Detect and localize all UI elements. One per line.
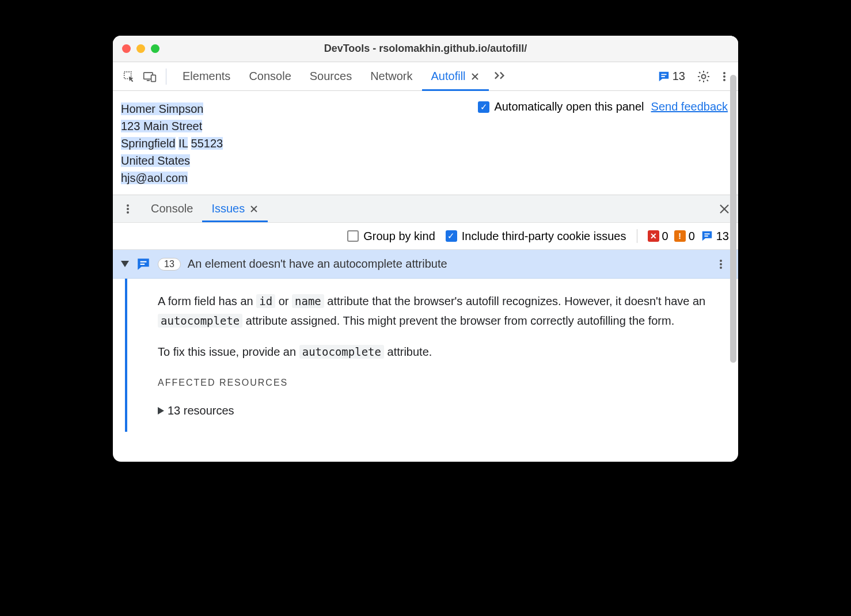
- drawer-tab-issues[interactable]: Issues: [202, 195, 268, 222]
- issue-kebab-icon[interactable]: [712, 255, 730, 273]
- address-zip: 55123: [191, 137, 223, 150]
- warning-count[interactable]: ! 0: [674, 230, 695, 243]
- include-3p-label: Include third-party cookie issues: [462, 230, 626, 243]
- maximize-window-button[interactable]: [151, 44, 159, 53]
- info-count-value: 13: [716, 230, 729, 243]
- checkbox-icon: ✓: [478, 101, 489, 113]
- drawer-menu-icon[interactable]: [119, 200, 137, 218]
- window-controls: [122, 44, 159, 53]
- device-toggle-icon[interactable]: [140, 67, 159, 86]
- svg-point-14: [127, 211, 129, 214]
- drawer-tabs: Console Issues: [142, 195, 268, 222]
- filter-divider: [637, 229, 637, 243]
- tab-console[interactable]: Console: [240, 62, 300, 90]
- svg-point-26: [720, 267, 722, 269]
- tab-console-label: Console: [249, 70, 291, 83]
- svg-rect-20: [704, 235, 708, 237]
- send-feedback-link[interactable]: Send feedback: [651, 100, 728, 113]
- affected-resources-row[interactable]: 13 resources: [158, 401, 715, 420]
- address-email: hjs@aol.com: [121, 172, 188, 184]
- issues-counter[interactable]: 13: [658, 70, 685, 83]
- minimize-window-button[interactable]: [136, 44, 145, 53]
- code-id: id: [256, 294, 275, 308]
- tab-elements-label: Elements: [183, 70, 230, 83]
- main-tabs: Elements Console Sources Network Autofil…: [173, 62, 489, 90]
- info-count[interactable]: 13: [701, 230, 729, 243]
- gear-icon[interactable]: [694, 67, 713, 86]
- autofill-panel: Homer Simpson 123 Main Street Springfiel…: [113, 91, 738, 195]
- auto-open-checkbox[interactable]: ✓ Automatically open this panel: [478, 100, 644, 113]
- code-autocomplete: autocomplete: [158, 314, 242, 328]
- error-icon: ✕: [648, 230, 659, 242]
- tab-sources[interactable]: Sources: [301, 62, 361, 90]
- issue-content: A form field has an id or name attribute…: [139, 279, 738, 432]
- issue-row[interactable]: 13 An element doesn't have an autocomple…: [113, 250, 738, 279]
- main-toolbar: Elements Console Sources Network Autofil…: [113, 62, 738, 91]
- issue-count-pill: 13: [158, 258, 181, 271]
- issues-count-value: 13: [673, 70, 685, 83]
- chat-icon: [136, 257, 151, 272]
- devtools-window: DevTools - rsolomakhin.github.io/autofil…: [113, 36, 738, 462]
- address-city: Springfield: [121, 137, 176, 150]
- tab-autofill[interactable]: Autofill: [422, 62, 489, 90]
- checkbox-icon: ✓: [446, 230, 457, 242]
- autofill-controls: ✓ Automatically open this panel Send fee…: [478, 100, 728, 187]
- svg-point-8: [702, 74, 706, 78]
- issue-title: An element doesn't have an autocomplete …: [188, 257, 447, 271]
- svg-point-10: [723, 75, 725, 78]
- tab-network-label: Network: [370, 70, 412, 83]
- issues-filter-bar: Group by kind ✓ Include third-party cook…: [113, 222, 738, 250]
- window-title: DevTools - rsolomakhin.github.io/autofil…: [113, 43, 738, 55]
- affected-resources-title: AFFECTED RESOURCES: [158, 373, 715, 393]
- svg-rect-23: [140, 263, 145, 264]
- group-by-kind-label: Group by kind: [363, 230, 435, 243]
- error-count-value: 0: [662, 230, 668, 243]
- close-icon[interactable]: [470, 72, 480, 81]
- chat-icon: [701, 230, 713, 242]
- scrollbar[interactable]: [730, 75, 736, 363]
- drawer-header: Console Issues: [113, 195, 738, 222]
- close-icon[interactable]: [249, 204, 259, 214]
- autofill-preview: Homer Simpson 123 Main Street Springfiel…: [121, 100, 223, 187]
- include-3p-checkbox[interactable]: ✓ Include third-party cookie issues: [446, 230, 626, 243]
- address-country: United States: [121, 154, 190, 167]
- issue-description-2: To fix this issue, provide an autocomple…: [158, 342, 715, 362]
- svg-rect-3: [151, 75, 156, 81]
- code-autocomplete-2: autocomplete: [299, 345, 384, 359]
- svg-rect-7: [661, 76, 664, 77]
- svg-point-24: [720, 260, 722, 262]
- drawer-tab-issues-label: Issues: [211, 202, 245, 215]
- address-name: Homer Simpson: [121, 102, 203, 115]
- issue-body: A form field has an id or name attribute…: [113, 279, 738, 432]
- affected-resources-text: 13 resources: [168, 401, 234, 420]
- svg-point-25: [720, 263, 722, 265]
- svg-point-9: [723, 72, 725, 74]
- drawer-tab-console[interactable]: Console: [142, 195, 202, 222]
- checkbox-icon: [347, 230, 359, 242]
- chat-icon: [658, 70, 670, 83]
- titlebar: DevTools - rsolomakhin.github.io/autofil…: [113, 36, 738, 62]
- issue-counts: ✕ 0 ! 0 13: [648, 230, 730, 243]
- address-street: 123 Main Street: [121, 120, 202, 132]
- warning-icon: !: [674, 230, 686, 242]
- issue-gutter: [113, 279, 139, 432]
- svg-point-12: [127, 204, 129, 207]
- svg-point-13: [127, 208, 129, 210]
- drawer-tab-console-label: Console: [151, 202, 193, 215]
- warning-count-value: 0: [689, 230, 695, 243]
- close-window-button[interactable]: [122, 44, 131, 53]
- svg-point-11: [723, 79, 725, 81]
- svg-rect-6: [661, 74, 666, 75]
- svg-marker-21: [121, 261, 129, 267]
- chevron-down-icon[interactable]: [121, 261, 129, 268]
- tab-network[interactable]: Network: [361, 62, 421, 90]
- address-state: IL: [178, 137, 188, 150]
- tab-elements[interactable]: Elements: [173, 62, 240, 90]
- error-count[interactable]: ✕ 0: [648, 230, 668, 243]
- code-name: name: [292, 294, 324, 308]
- svg-rect-19: [704, 233, 709, 234]
- svg-marker-27: [158, 407, 164, 415]
- more-tabs-icon[interactable]: [491, 67, 510, 86]
- inspect-icon[interactable]: [120, 67, 138, 86]
- group-by-kind-checkbox[interactable]: Group by kind: [347, 230, 435, 243]
